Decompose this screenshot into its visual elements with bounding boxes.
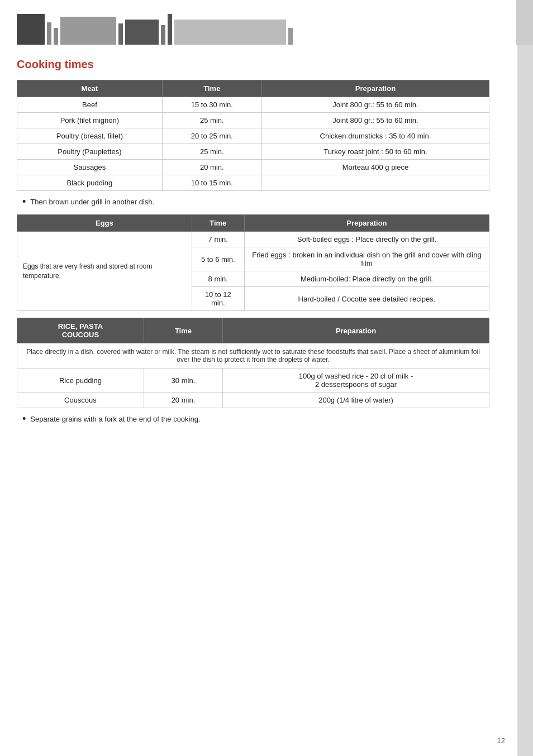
meat-note-text: Then brown under grill in another dish. [30, 198, 154, 206]
meat-beef-time: 15 to 30 min. [162, 97, 261, 113]
meat-bullet-note: • Then brown under grill in another dish… [22, 198, 489, 207]
meat-row-black-pudding: Black pudding 10 to 15 min. [17, 175, 489, 191]
meat-time-header: Time [162, 80, 261, 97]
header-block-7 [161, 25, 165, 45]
header-block-4 [60, 17, 116, 45]
meat-sausages-name: Sausages [17, 160, 163, 175]
eggs-label: Eggs that are very fresh and stored at r… [17, 232, 192, 311]
header-block-10 [288, 28, 293, 45]
rice-time-header: Time [144, 318, 222, 343]
eggs-prep-3: Medium-boiled: Place directly on the gri… [244, 271, 489, 287]
meat-row-beef: Beef 15 to 30 min. Joint 800 gr.: 55 to … [17, 97, 489, 113]
meat-row-sausages: Sausages 20 min. Morteau 400 g piece [17, 160, 489, 175]
meat-prep-header: Preparation [261, 80, 489, 97]
meat-section: Meat Time Preparation Beef 15 to 30 min.… [17, 80, 489, 191]
meat-poultry-paupiettes-name: Poultry (Paupiettes) [17, 144, 163, 160]
header-blocks [17, 0, 293, 45]
header-bar [0, 0, 533, 45]
rice-pudding-name: Rice pudding [17, 369, 144, 393]
eggs-prep-1: Soft-boiled eggs : Place directly on the… [244, 232, 489, 247]
rice-note-bullet-text: Separate grains with a fork at the end o… [30, 415, 200, 423]
rice-section: RICE, PASTA COUCOUS Time Preparation Pla… [17, 318, 489, 408]
rice-pudding-prep: 100g of washed rice - 20 cl of milk - 2 … [223, 369, 489, 393]
header-block-8 [168, 14, 172, 45]
eggs-col-header: Eggs [17, 215, 192, 232]
rice-couscous-time: 20 min. [144, 393, 222, 408]
rice-pudding-time: 30 min. [144, 369, 222, 393]
content-area: Cooking times Meat Time Preparation Beef [0, 45, 517, 454]
page-wrapper: Cooking times Meat Time Preparation Beef [0, 0, 533, 756]
meat-poultry-breast-prep: Chicken drumsticks : 35 to 40 min. [261, 128, 489, 144]
header-block-2 [47, 22, 51, 45]
eggs-time-4: 10 to 12 min. [192, 287, 244, 311]
meat-poultry-breast-time: 20 to 25 min. [162, 128, 261, 144]
bullet-icon-2: • [22, 414, 26, 424]
rice-couscous-prep: 200g (1/4 litre of water) [223, 393, 489, 408]
eggs-time-1: 7 min. [192, 232, 244, 247]
meat-row-poultry-breast: Poultry (breast, fillet) 20 to 25 min. C… [17, 128, 489, 144]
header-block-3 [54, 28, 58, 45]
rice-table: RICE, PASTA COUCOUS Time Preparation Pla… [17, 318, 489, 408]
meat-row-pork: Pork (filet mignon) 25 min. Joint 800 gr… [17, 113, 489, 128]
bullet-icon: • [22, 197, 26, 207]
eggs-prep-2: Fried eggs : broken in an individual dis… [244, 247, 489, 271]
meat-beef-prep: Joint 800 gr.: 55 to 60 min. [261, 97, 489, 113]
header-block-6 [125, 20, 159, 45]
eggs-table: Eggs Time Preparation Eggs that are very… [17, 214, 489, 311]
header-block-9 [174, 20, 286, 45]
rice-col-header: RICE, PASTA COUCOUS [17, 318, 144, 343]
meat-black-pudding-name: Black pudding [17, 175, 163, 191]
header-block-1 [17, 14, 45, 45]
page-number: 12 [497, 736, 505, 745]
meat-row-poultry-paupiettes: Poultry (Paupiettes) 25 min. Turkey roas… [17, 144, 489, 160]
rice-note-text: Place directly in a dish, covered with w… [17, 343, 489, 369]
rice-row-pudding: Rice pudding 30 min. 100g of washed rice… [17, 369, 489, 393]
meat-poultry-paupiettes-time: 25 min. [162, 144, 261, 160]
rice-couscous-name: Couscous [17, 393, 144, 408]
meat-table: Meat Time Preparation Beef 15 to 30 min.… [17, 80, 489, 191]
rice-row-couscous: Couscous 20 min. 200g (1/4 litre of wate… [17, 393, 489, 408]
meat-black-pudding-time: 10 to 15 min. [162, 175, 261, 191]
eggs-row-1: Eggs that are very fresh and stored at r… [17, 232, 489, 247]
header-block-5 [118, 23, 123, 45]
eggs-time-3: 8 min. [192, 271, 244, 287]
meat-poultry-paupiettes-prep: Turkey roast joint : 50 to 60 min. [261, 144, 489, 160]
eggs-time-2: 5 to 6 min. [192, 247, 244, 271]
header-right-accent [516, 0, 533, 45]
meat-col-header: Meat [17, 80, 163, 97]
meat-beef-name: Beef [17, 97, 163, 113]
meat-black-pudding-prep [261, 175, 489, 191]
eggs-time-header: Time [192, 215, 244, 232]
meat-poultry-breast-name: Poultry (breast, fillet) [17, 128, 163, 144]
page-title: Cooking times [17, 58, 489, 71]
meat-sausages-prep: Morteau 400 g piece [261, 160, 489, 175]
eggs-prep-4: Hard-boiled / Cocotte see detailed recip… [244, 287, 489, 311]
meat-pork-time: 25 min. [162, 113, 261, 128]
eggs-section: Eggs Time Preparation Eggs that are very… [17, 214, 489, 311]
meat-pork-name: Pork (filet mignon) [17, 113, 163, 128]
rice-note-row: Place directly in a dish, covered with w… [17, 343, 489, 369]
meat-sausages-time: 20 min. [162, 160, 261, 175]
main-content: Cooking times Meat Time Preparation Beef [0, 45, 517, 454]
eggs-prep-header: Preparation [244, 215, 489, 232]
right-sidebar-accent [517, 0, 533, 756]
rice-prep-header: Preparation [223, 318, 489, 343]
meat-pork-prep: Joint 800 gr.: 55 to 60 min. [261, 113, 489, 128]
rice-bullet-note: • Separate grains with a fork at the end… [22, 415, 489, 424]
